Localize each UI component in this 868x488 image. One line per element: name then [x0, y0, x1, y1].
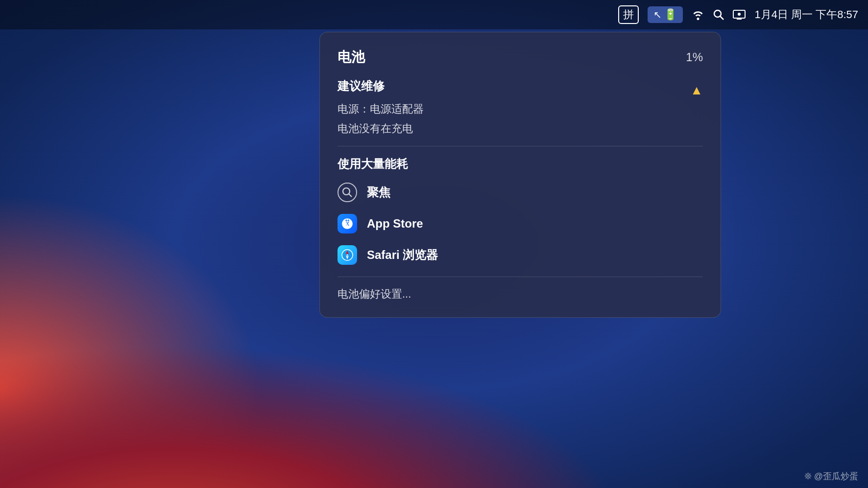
safari-app-icon: [338, 245, 357, 265]
battery-panel-title: 电池: [338, 48, 365, 67]
watermark: ❊ @歪瓜炒蛋: [804, 470, 858, 482]
menubar-datetime: 1月4日 周一 下午8:57: [754, 7, 858, 22]
svg-point-0: [714, 10, 721, 17]
spotlight-app-name: 聚焦: [367, 185, 390, 200]
wifi-icon[interactable]: [692, 9, 704, 20]
battery-menu-icon[interactable]: ↖ 🔋: [648, 6, 683, 23]
charging-status-label: 电池没有在充电: [338, 121, 703, 136]
svg-line-7: [349, 194, 352, 197]
svg-point-6: [343, 188, 350, 195]
safari-app-name: Safari 浏览器: [367, 247, 438, 263]
warning-icon: ▲: [690, 83, 703, 98]
svg-line-1: [721, 17, 724, 20]
svg-point-5: [738, 13, 741, 16]
energy-section: 使用大量能耗 聚焦 App Store: [338, 156, 703, 267]
battery-preferences-link[interactable]: 电池偏好设置...: [338, 287, 703, 302]
power-source-label: 电源：电源适配器: [338, 102, 703, 116]
svg-point-11: [347, 255, 348, 256]
divider-1: [338, 146, 703, 146]
appstore-app-icon: [338, 214, 357, 233]
spotlight-app-icon: [338, 183, 357, 202]
service-section: 建议维修 ▲ 电源：电源适配器 电池没有在充电: [338, 78, 703, 136]
divider-2: [338, 277, 703, 277]
menubar: 拼 ↖ 🔋 1月4日 周一 下午8:57: [0, 0, 868, 29]
appstore-app-item[interactable]: App Store: [338, 212, 703, 235]
battery-icon: 🔋: [664, 8, 677, 21]
spotlight-app-item[interactable]: 聚焦: [338, 181, 703, 204]
service-section-title: 建议维修: [338, 78, 385, 94]
spotlight-search-icon[interactable]: [713, 9, 724, 20]
battery-panel-header: 电池 1%: [338, 48, 703, 67]
battery-panel: 电池 1% 建议维修 ▲ 电源：电源适配器 电池没有在充电 使用大量能耗 聚焦: [319, 32, 721, 318]
safari-app-item[interactable]: Safari 浏览器: [338, 243, 703, 267]
energy-section-title: 使用大量能耗: [338, 156, 703, 172]
cursor-icon: ↖: [653, 9, 662, 21]
appstore-app-name: App Store: [367, 217, 423, 231]
service-section-header-row: 建议维修 ▲: [338, 78, 703, 102]
battery-percentage: 1%: [686, 50, 703, 64]
input-method-icon[interactable]: 拼: [618, 5, 639, 24]
screen-share-icon[interactable]: [733, 9, 746, 20]
